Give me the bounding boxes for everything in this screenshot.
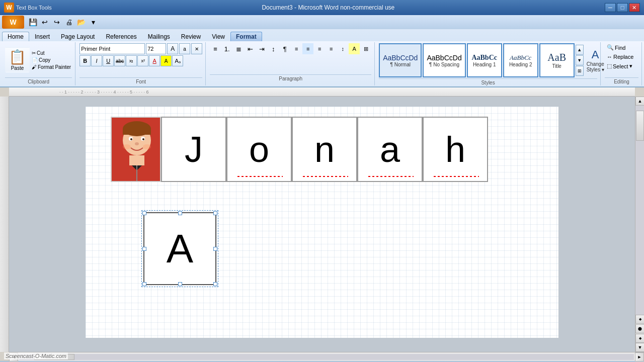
clipboard-group-label: Clipboard xyxy=(5,77,72,84)
paste-button[interactable]: 📋 Paste xyxy=(5,47,30,72)
underline-button[interactable]: U xyxy=(103,55,114,66)
scroll-track-v[interactable] xyxy=(635,106,644,315)
multilevel-button[interactable]: ≣ xyxy=(233,43,244,54)
handle-middle-left[interactable] xyxy=(142,247,146,251)
scroll-track-h[interactable] xyxy=(19,354,634,360)
style-title[interactable]: AaB Title xyxy=(539,43,575,77)
tab-mailings[interactable]: Mailings xyxy=(142,32,176,41)
styles-scroll-down[interactable]: ▼ xyxy=(576,55,584,65)
letter-card-h: h xyxy=(423,117,488,182)
strikethrough-button[interactable]: abc xyxy=(114,55,125,66)
name-cards-row: J o n a h xyxy=(111,117,488,182)
align-right-button[interactable]: ≡ xyxy=(314,43,325,54)
select-button[interactable]: ⬚ Select ▾ xyxy=(605,62,634,70)
tab-view[interactable]: View xyxy=(206,32,230,41)
font-format-row: B I U abc x₂ x² A A Aₐ xyxy=(79,55,183,66)
scroll-down-button[interactable]: ▼ xyxy=(635,343,644,352)
scroll-up-button[interactable]: ▲ xyxy=(635,97,644,106)
styles-scroll: ▲ ▼ ⊞ xyxy=(576,45,584,76)
tab-home[interactable]: Home xyxy=(2,32,29,41)
handle-bottom-left[interactable] xyxy=(142,282,146,286)
style-title-label: Title xyxy=(552,63,561,69)
show-formatting-button[interactable]: ¶ xyxy=(279,43,290,54)
style-normal[interactable]: AaBbCcDd ¶ Normal xyxy=(379,43,422,77)
subscript-button[interactable]: x₂ xyxy=(126,55,137,66)
minimize-button[interactable]: ─ xyxy=(605,3,616,12)
line-spacing-button[interactable]: ↕ xyxy=(337,43,348,54)
decrease-indent-button[interactable]: ⇤ xyxy=(245,43,256,54)
scroll-select[interactable]: ⬤ xyxy=(635,324,644,333)
grow-font-button[interactable]: A xyxy=(167,43,178,54)
font-name-input[interactable] xyxy=(79,43,145,54)
cut-button[interactable]: ✂ Cut xyxy=(31,50,72,56)
close-button[interactable]: ✕ xyxy=(629,3,640,12)
selected-textbox[interactable]: A xyxy=(143,212,216,285)
select-label: Select xyxy=(613,63,628,69)
style-heading2[interactable]: AaBbCc Heading 2 xyxy=(503,43,538,77)
handle-bottom-middle[interactable] xyxy=(178,282,182,286)
replace-button[interactable]: ↔ Replace xyxy=(605,53,635,61)
letter-card-n: n xyxy=(292,117,357,182)
styles-expand[interactable]: ⊞ xyxy=(576,66,584,76)
tab-page-layout[interactable]: Page Layout xyxy=(55,32,100,41)
align-center-button[interactable]: ≡ xyxy=(302,43,313,54)
shrink-font-button[interactable]: a xyxy=(179,43,190,54)
document-canvas[interactable]: J o n a h xyxy=(9,97,635,352)
tab-format[interactable]: Format xyxy=(230,32,262,41)
font-size-input[interactable] xyxy=(146,43,166,54)
font-group-content: A a ✕ B I U abc x₂ x² A A Aₐ xyxy=(79,43,202,76)
sort-button[interactable]: ↕ xyxy=(268,43,279,54)
undo-qat-button[interactable]: ↩ xyxy=(39,17,50,28)
redo-qat-button[interactable]: ↪ xyxy=(51,17,62,28)
style-heading1-label: Heading 1 xyxy=(473,62,496,67)
scroll-right-button[interactable]: ► xyxy=(635,352,644,361)
change-case-button[interactable]: Aₐ xyxy=(172,55,183,66)
main-area: J o n a h xyxy=(0,97,644,352)
handle-top-right[interactable] xyxy=(213,211,217,215)
copy-button[interactable]: 📄 Copy xyxy=(31,57,72,63)
format-painter-button[interactable]: 🖌 Format Painter xyxy=(31,64,72,70)
increase-indent-button[interactable]: ⇥ xyxy=(256,43,267,54)
scroll-thumb-v[interactable] xyxy=(636,111,644,141)
child-photo xyxy=(111,117,161,182)
borders-button[interactable]: ⊞ xyxy=(360,43,371,54)
svg-point-11 xyxy=(143,144,151,149)
handle-top-middle[interactable] xyxy=(178,211,182,215)
superscript-button[interactable]: x² xyxy=(137,55,148,66)
office-button[interactable]: W xyxy=(2,16,24,29)
tab-references[interactable]: References xyxy=(100,32,142,41)
scroll-next-page[interactable]: ◆ xyxy=(635,334,644,343)
tab-review[interactable]: Review xyxy=(176,32,206,41)
open-qat-button[interactable]: 📂 xyxy=(75,17,87,28)
shading-button[interactable]: A xyxy=(349,43,360,54)
paragraph-group: ≡ 1. ≣ ⇤ ⇥ ↕ ¶ ≡ ≡ ≡ ≡ ↕ A ⊞ Paragraph xyxy=(207,42,375,85)
find-label: Find xyxy=(615,45,625,51)
font-group: A a ✕ B I U abc x₂ x² A A Aₐ Font xyxy=(76,42,206,85)
italic-button[interactable]: I xyxy=(91,55,102,66)
numbering-button[interactable]: 1. xyxy=(221,43,232,54)
maximize-button[interactable]: □ xyxy=(617,3,628,12)
find-button[interactable]: 🔍 Find xyxy=(605,43,627,52)
print-qat-button[interactable]: 🖨 xyxy=(63,17,74,28)
style-heading1[interactable]: AaBbCc Heading 1 xyxy=(467,43,502,77)
highlight-button[interactable]: A xyxy=(160,55,172,66)
font-color-button[interactable]: A xyxy=(149,55,160,66)
align-left-button[interactable]: ≡ xyxy=(291,43,302,54)
justify-button[interactable]: ≡ xyxy=(326,43,337,54)
more-qat-button[interactable]: ▾ xyxy=(88,17,99,28)
office-logo: W xyxy=(4,3,14,13)
save-qat-button[interactable]: 💾 xyxy=(27,17,38,28)
handle-top-left[interactable] xyxy=(142,211,146,215)
styles-scroll-up[interactable]: ▲ xyxy=(576,45,584,55)
vertical-scrollbar: ▲ ◆ ⬤ ◆ ▼ xyxy=(635,97,644,352)
bullets-button[interactable]: ≡ xyxy=(210,43,221,54)
bold-button[interactable]: B xyxy=(79,55,91,66)
scroll-prev-page[interactable]: ◆ xyxy=(635,315,644,324)
selected-textbox-container[interactable]: A xyxy=(143,212,216,285)
clear-format-button[interactable]: ✕ xyxy=(191,43,202,54)
tab-insert[interactable]: Insert xyxy=(29,32,55,41)
handle-bottom-right[interactable] xyxy=(213,282,217,286)
handle-middle-right[interactable] xyxy=(213,247,217,251)
style-no-spacing[interactable]: AaBbCcDd ¶ No Spacing xyxy=(423,43,465,77)
styles-group: AaBbCcDd ¶ Normal AaBbCcDd ¶ No Spacing … xyxy=(376,42,601,85)
